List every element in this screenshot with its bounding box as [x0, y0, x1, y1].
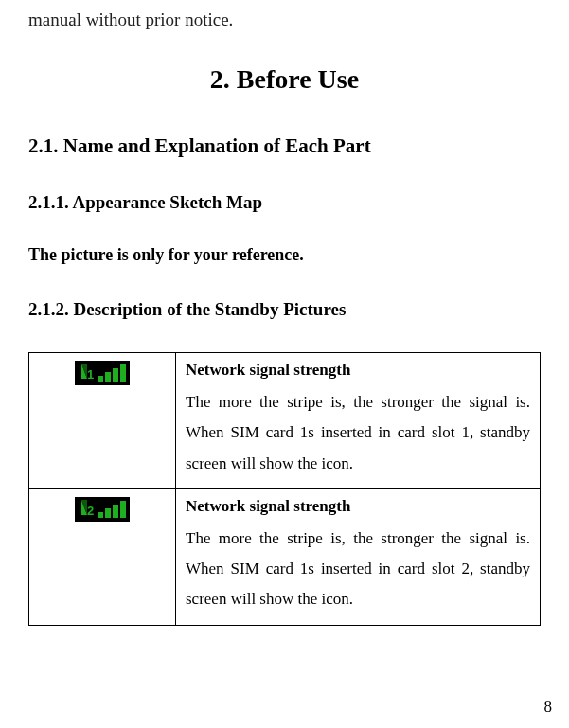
section-2-1-2-heading: 2.1.2. Description of the Standby Pictur…	[28, 299, 541, 320]
reference-note: The picture is only for your reference.	[28, 245, 541, 265]
page-number: 8	[544, 698, 553, 717]
section-2-1-heading: 2.1. Name and Explanation of Each Part	[28, 134, 541, 158]
svg-text:1: 1	[87, 367, 94, 382]
svg-text:2: 2	[87, 504, 94, 518]
svg-rect-6	[113, 368, 118, 382]
table-row: 1 Network signal strength The more the s…	[29, 353, 541, 489]
signal-strength-sim1-icon: 1	[75, 361, 130, 385]
svg-rect-4	[98, 376, 103, 382]
svg-rect-7	[120, 364, 126, 382]
row1-body: The more the stripe is, the stronger the…	[186, 387, 530, 479]
desc-cell-sim2: Network signal strength The more the str…	[176, 488, 541, 625]
icon-cell-sim2: 2	[29, 488, 176, 625]
chapter-heading: 2. Before Use	[28, 64, 541, 95]
signal-strength-sim2-icon: 2	[75, 497, 130, 522]
table-row: 2 Network signal strength The more the s…	[29, 488, 541, 625]
svg-rect-12	[98, 512, 103, 518]
row2-body: The more the stripe is, the stronger the…	[186, 524, 530, 615]
desc-cell-sim1: Network signal strength The more the str…	[176, 353, 541, 489]
row1-title: Network signal strength	[186, 361, 530, 380]
standby-pictures-table: 1 Network signal strength The more the s…	[28, 352, 541, 626]
intro-fragment: manual without prior notice.	[28, 9, 541, 30]
section-2-1-1-heading: 2.1.1. Appearance Sketch Map	[28, 192, 541, 213]
icon-cell-sim1: 1	[29, 353, 176, 489]
svg-rect-5	[105, 372, 111, 382]
row2-title: Network signal strength	[186, 497, 530, 516]
svg-rect-14	[113, 505, 118, 518]
svg-rect-15	[120, 501, 126, 518]
svg-rect-13	[105, 508, 111, 518]
